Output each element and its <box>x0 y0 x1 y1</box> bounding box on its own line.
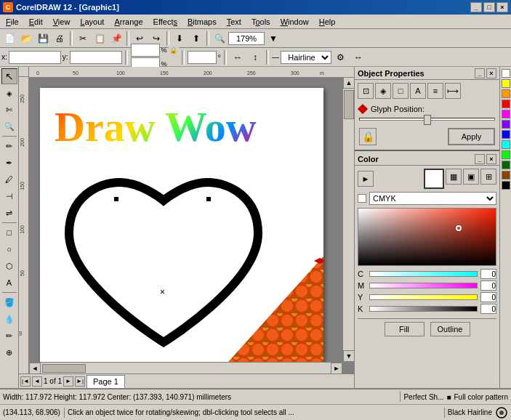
lock-ratio-button[interactable]: 🔒 <box>169 45 179 55</box>
scroll-down-button[interactable]: ▼ <box>343 350 354 362</box>
y-coord-input[interactable]: 117.972 mm <box>70 51 122 64</box>
panel-minimize-button[interactable]: _ <box>475 68 485 78</box>
y-value-input[interactable]: 0 <box>480 292 496 302</box>
last-page-button[interactable]: ►| <box>75 376 85 387</box>
color-mode-checkbox[interactable] <box>358 194 366 203</box>
palette-violet[interactable] <box>502 120 510 129</box>
palette-brown[interactable] <box>502 171 510 179</box>
bezier-tool[interactable]: ✒ <box>1 155 17 171</box>
menu-file[interactable]: File <box>1 17 23 27</box>
lock-icon[interactable]: 🔒 <box>359 128 377 145</box>
next-page-button[interactable]: ► <box>63 376 73 387</box>
palette-black[interactable] <box>502 181 510 190</box>
scrollbar-vertical[interactable]: ▲ ▼ <box>342 77 354 362</box>
menu-arrange[interactable]: Arrange <box>110 17 147 27</box>
obj-prop-btn-3[interactable]: □ <box>393 83 409 99</box>
palette-blue[interactable] <box>502 130 510 139</box>
polygon-tool[interactable]: ⬡ <box>1 258 17 274</box>
m-value-input[interactable]: 0 <box>480 280 496 291</box>
canvas-background[interactable]: Draw Wow × <box>29 77 354 373</box>
mirror-h-button[interactable]: ↔ <box>230 49 246 65</box>
color-spectrum-container[interactable] <box>358 208 496 266</box>
zoom-dropdown[interactable]: ▼ <box>265 31 281 47</box>
c-value-input[interactable]: 0 <box>480 269 496 279</box>
menu-text[interactable]: Text <box>222 17 246 27</box>
c-slider-track[interactable] <box>369 271 478 277</box>
palette-yellow[interactable] <box>502 79 510 88</box>
text-tool[interactable]: A <box>1 275 17 291</box>
line-style-select[interactable]: Hairline <box>281 51 331 64</box>
paste-button[interactable]: 📌 <box>108 31 124 47</box>
scrollbar-horizontal[interactable]: ◄ ► <box>29 362 342 373</box>
new-button[interactable]: 📄 <box>1 31 17 47</box>
m-slider-track[interactable] <box>369 283 478 288</box>
palette-cyan[interactable] <box>502 140 510 149</box>
scroll-left-button[interactable]: ◄ <box>29 363 41 374</box>
k-slider-track[interactable] <box>369 306 478 312</box>
outline-button[interactable]: Outline <box>430 322 470 336</box>
color-mode-select[interactable]: CMYK <box>369 192 496 205</box>
copy-button[interactable]: 📋 <box>92 31 108 47</box>
zoom-tool[interactable]: 🔍 <box>1 118 17 134</box>
menu-view[interactable]: View <box>49 17 75 27</box>
color-panel-close[interactable]: × <box>486 154 496 164</box>
fill-button[interactable]: Fill <box>385 322 425 336</box>
open-button[interactable]: 📂 <box>18 31 34 47</box>
panel-close-button[interactable]: × <box>486 68 496 78</box>
scroll-thumb-v[interactable] <box>344 90 354 119</box>
zoom-level-input[interactable]: 179% <box>228 32 265 45</box>
zoom-in-button[interactable]: 🔍 <box>212 31 228 47</box>
scroll-thumb-h[interactable] <box>42 364 86 373</box>
page-canvas[interactable]: Draw Wow × <box>40 88 323 373</box>
width-input[interactable]: 100.0 <box>131 44 160 57</box>
y-slider-track[interactable] <box>369 294 478 300</box>
color-panel-minimize[interactable]: _ <box>475 154 485 164</box>
obj-prop-btn-4[interactable]: A <box>410 83 426 99</box>
minimize-button[interactable]: _ <box>470 2 482 12</box>
menu-window[interactable]: Window <box>276 17 313 27</box>
obj-prop-btn-1[interactable]: ⊡ <box>358 83 374 99</box>
cut-button[interactable]: ✂ <box>75 31 91 47</box>
rect-tool[interactable]: □ <box>1 225 17 241</box>
connector-tool[interactable]: ⇌ <box>1 205 17 221</box>
apply-button[interactable]: Apply <box>448 128 495 145</box>
crop-tool[interactable]: ✄ <box>1 102 17 118</box>
color-expand-btn[interactable]: ► <box>358 171 374 187</box>
color-spectrum[interactable] <box>358 208 496 266</box>
first-page-button[interactable]: |◄ <box>20 376 31 387</box>
line-props-button[interactable]: ⚙ <box>333 49 349 65</box>
palette-white[interactable] <box>502 69 510 78</box>
rotation-input[interactable]: 45.0 <box>188 51 217 64</box>
print-button[interactable]: 🖨 <box>52 31 68 47</box>
palette-red[interactable] <box>502 100 510 108</box>
eyedropper-tool[interactable]: 💧 <box>1 311 17 327</box>
calligraphy-tool[interactable]: 🖊 <box>1 171 17 187</box>
menu-tools[interactable]: Tools <box>247 17 275 27</box>
x-coord-input[interactable]: 137.393 mm <box>9 51 61 64</box>
obj-prop-btn-5[interactable]: ≡ <box>427 83 443 99</box>
line-ends-button[interactable]: ↔ <box>350 49 366 65</box>
color-btn-1[interactable]: ▦ <box>446 169 462 185</box>
obj-prop-btn-6[interactable]: ⟼ <box>445 83 461 99</box>
maximize-button[interactable]: □ <box>483 2 495 12</box>
k-value-input[interactable]: 0 <box>480 304 496 314</box>
menu-help[interactable]: Help <box>315 17 340 27</box>
outline-tool[interactable]: ✏ <box>1 328 17 344</box>
freehand-tool[interactable]: ✏ <box>1 138 17 154</box>
white-swatch[interactable] <box>424 169 444 189</box>
export-button[interactable]: ⬆ <box>188 31 204 47</box>
page-1-tab[interactable]: Page 1 <box>86 375 125 388</box>
save-button[interactable]: 💾 <box>35 31 51 47</box>
mirror-v-button[interactable]: ↕ <box>247 49 263 65</box>
palette-orange[interactable] <box>502 89 510 98</box>
fill-tool[interactable]: 🪣 <box>1 294 17 310</box>
scroll-right-button[interactable]: ► <box>331 363 342 374</box>
menu-bitmaps[interactable]: Bitmaps <box>183 17 221 27</box>
menu-edit[interactable]: Edit <box>25 17 47 27</box>
palette-magenta[interactable] <box>502 110 510 118</box>
menu-layout[interactable]: Layout <box>76 17 108 27</box>
dimension-tool[interactable]: ⊣ <box>1 188 17 204</box>
shape-tool[interactable]: ◈ <box>1 85 17 101</box>
glyph-slider-thumb[interactable] <box>424 115 431 125</box>
menu-effects[interactable]: Effects <box>149 17 182 27</box>
